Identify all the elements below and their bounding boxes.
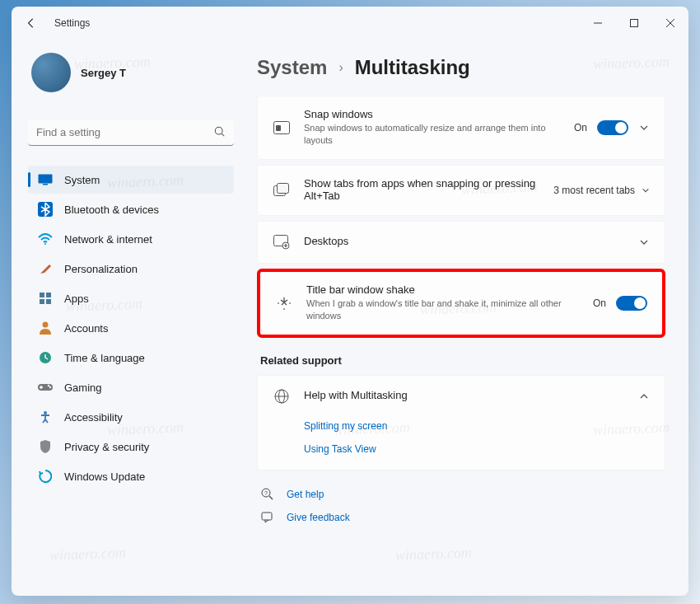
feedback-icon (260, 510, 275, 525)
nav-label: Accessibility (64, 411, 123, 424)
breadcrumb-parent[interactable]: System (257, 56, 327, 79)
snap-state: On (574, 122, 587, 133)
nav-label: Bluetooth & devices (64, 204, 159, 216)
sidebar-item-windows-update[interactable]: Windows Update (28, 462, 234, 490)
get-help-link[interactable]: ? Get help (260, 487, 662, 502)
gamepad-icon (38, 380, 53, 395)
svg-point-14 (48, 385, 49, 386)
tabs-dropdown[interactable]: 3 most recent tabs (553, 185, 650, 196)
window-title: Settings (54, 17, 90, 29)
sidebar-item-time-language[interactable]: Time & language (28, 344, 234, 372)
accessibility-icon (38, 410, 53, 424)
nav-label: Privacy & security (64, 441, 149, 453)
svg-rect-8 (46, 293, 51, 297)
svg-text:?: ? (264, 489, 268, 495)
sidebar-item-system[interactable]: System (28, 166, 234, 194)
tabs-icon (273, 181, 291, 199)
avatar (31, 53, 71, 92)
svg-rect-20 (278, 183, 289, 193)
snap-title: Snap windows (304, 108, 561, 120)
desktops-icon (273, 233, 291, 251)
nav-label: Windows Update (64, 471, 145, 483)
tabs-title: Show tabs from apps when snapping or pre… (304, 177, 540, 202)
content: Sergey T SystemBluetooth & devicesNetwor… (12, 40, 688, 596)
svg-point-2 (215, 127, 222, 134)
sidebar-item-privacy-security[interactable]: Privacy & security (28, 433, 234, 461)
snap-windows-card[interactable]: Snap windows Snap windows to automatical… (257, 96, 665, 160)
sidebar-item-apps[interactable]: Apps (28, 284, 234, 312)
search-box (28, 119, 234, 146)
shake-toggle[interactable] (616, 296, 647, 311)
related-support-header: Related support (260, 354, 665, 367)
desktops-card[interactable]: Desktops (257, 221, 665, 264)
footer-links: ? Get help Give feedback (257, 487, 665, 525)
help-links: Splitting my screen Using Task View (258, 417, 665, 470)
close-button[interactable] (652, 10, 688, 36)
sidebar-item-accessibility[interactable]: Accessibility (28, 403, 234, 431)
window-controls (580, 10, 688, 36)
help-link-taskview[interactable]: Using Task View (304, 443, 650, 455)
nav-label: Time & language (64, 352, 145, 364)
brush-icon (38, 261, 53, 276)
svg-rect-7 (40, 293, 44, 297)
person-icon (38, 321, 53, 335)
svg-rect-1 (631, 20, 638, 27)
shake-state: On (593, 297, 606, 309)
shake-icon (275, 294, 293, 312)
titlebar: Settings (12, 7, 688, 40)
shake-desc: When I grab a window's title bar and sha… (306, 297, 580, 323)
sidebar-item-network-internet[interactable]: Network & internet (28, 225, 234, 253)
shield-icon (38, 439, 53, 454)
nav-label: Accounts (64, 322, 108, 335)
chevron-up-icon (638, 391, 650, 402)
get-help-label: Get help (287, 489, 324, 500)
search-input[interactable] (28, 119, 234, 146)
sidebar-item-gaming[interactable]: Gaming (28, 373, 234, 401)
feedback-link[interactable]: Give feedback (260, 510, 662, 525)
breadcrumb-current: Multitasking (355, 56, 470, 79)
svg-rect-9 (40, 299, 44, 304)
sidebar: Sergey T SystemBluetooth & devicesNetwor… (12, 40, 242, 596)
chevron-down-icon[interactable] (638, 122, 650, 133)
title-bar-shake-card[interactable]: Title bar window shake When I grab a win… (257, 269, 665, 338)
sidebar-item-accounts[interactable]: Accounts (28, 314, 234, 342)
nav-label: Network & internet (64, 233, 152, 246)
nav-label: Gaming (64, 382, 102, 394)
update-icon (38, 469, 53, 484)
help-card: Help with Multitasking Splitting my scre… (257, 375, 665, 471)
sidebar-item-bluetooth-devices[interactable]: Bluetooth & devices (28, 195, 234, 223)
snap-toggle[interactable] (597, 120, 628, 135)
display-icon (38, 172, 53, 187)
wifi-icon (38, 232, 53, 246)
help-link-splitting[interactable]: Splitting my screen (304, 420, 650, 432)
svg-rect-5 (43, 184, 48, 185)
shake-title: Title bar window shake (306, 283, 580, 296)
nav-label: Apps (64, 293, 89, 305)
chevron-down-icon[interactable] (638, 236, 650, 248)
tabs-value: 3 most recent tabs (553, 185, 635, 196)
sidebar-item-personalization[interactable]: Personalization (28, 255, 234, 283)
svg-point-11 (43, 322, 49, 328)
desktops-title: Desktops (304, 235, 625, 247)
svg-rect-10 (46, 299, 51, 304)
feedback-label: Give feedback (287, 512, 350, 523)
search-icon (214, 126, 226, 141)
svg-point-15 (49, 386, 51, 388)
nav-label: Personalization (64, 263, 138, 275)
minimize-button[interactable] (580, 10, 616, 36)
snap-icon (273, 119, 291, 137)
profile[interactable]: Sergey T (28, 46, 234, 108)
help-title: Help with Multitasking (304, 389, 625, 401)
svg-line-27 (269, 496, 273, 499)
clock-icon (38, 350, 53, 365)
breadcrumb: System › Multitasking (257, 56, 665, 79)
tabs-card[interactable]: Show tabs from apps when snapping or pre… (257, 165, 665, 216)
svg-rect-29 (262, 513, 272, 520)
apps-icon (38, 291, 53, 306)
help-header[interactable]: Help with Multitasking (258, 376, 665, 417)
globe-icon (273, 387, 291, 405)
svg-line-3 (222, 133, 224, 136)
nav-list: SystemBluetooth & devicesNetwork & inter… (28, 166, 234, 490)
maximize-button[interactable] (616, 10, 652, 36)
back-button[interactable] (21, 13, 41, 33)
